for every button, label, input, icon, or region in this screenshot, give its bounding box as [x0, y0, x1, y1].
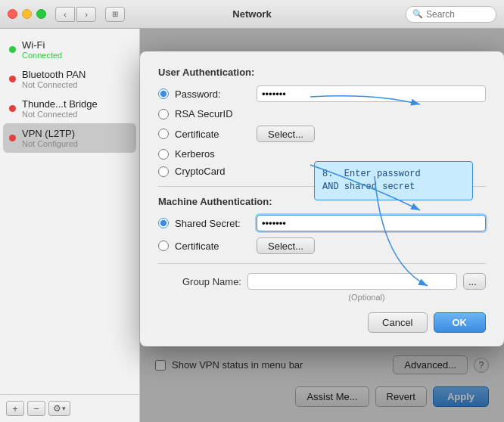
grid-button[interactable]: ⊞	[105, 7, 125, 22]
password-row: Password:	[158, 85, 486, 102]
password-input[interactable]	[257, 85, 486, 102]
item-status-bluetooth: Not Connected	[22, 80, 86, 89]
add-network-button[interactable]: +	[6, 401, 24, 416]
sidebar-bottom: + − ⚙ ▾	[0, 394, 139, 422]
shared-secret-row: Shared Secret:	[158, 215, 486, 231]
optional-text: (Optional)	[247, 293, 486, 302]
kerberos-radio[interactable]	[158, 149, 169, 160]
search-box: 🔍	[406, 6, 496, 23]
password-radio[interactable]	[158, 88, 169, 99]
item-name-thunderbolt: Thunde...t Bridge	[22, 98, 98, 110]
gear-icon: ⚙	[53, 403, 61, 414]
window-title: Network	[232, 8, 271, 20]
modal-footer: Cancel OK	[158, 312, 486, 333]
kerberos-row: Kerberos	[158, 148, 486, 160]
certificate2-radio[interactable]	[158, 240, 169, 251]
sidebar: Wi-Fi Connected Bluetooth PAN Not Connec…	[0, 29, 140, 422]
kerberos-label: Kerberos	[175, 148, 250, 160]
main-content: Wi-Fi Connected Bluetooth PAN Not Connec…	[0, 29, 504, 422]
nav-buttons: ‹ ›	[55, 7, 96, 22]
certificate-radio[interactable]	[158, 129, 169, 139]
search-icon: 🔍	[412, 9, 423, 19]
minimize-button[interactable]	[22, 9, 32, 19]
group-name-row: Group Name: ...	[158, 273, 486, 290]
authentication-modal: 8. Enter password AND shared secret User…	[140, 51, 504, 346]
title-bar: ‹ › ⊞ Network 🔍	[0, 0, 504, 29]
password-label: Password:	[175, 88, 250, 100]
maximize-button[interactable]	[36, 9, 46, 19]
cryptocard-label: CryptoCard	[175, 166, 250, 177]
group-name-input[interactable]	[247, 273, 457, 290]
item-name-bluetooth: Bluetooth PAN	[22, 69, 86, 80]
status-dot-bluetooth	[9, 76, 16, 82]
gear-chevron-icon: ▾	[62, 405, 66, 412]
shared-secret-label: Shared Secret:	[175, 218, 250, 229]
group-name-extra-button[interactable]: ...	[463, 273, 486, 290]
group-name-label: Group Name:	[158, 276, 241, 287]
sidebar-item-bluetooth[interactable]: Bluetooth PAN Not Connected	[0, 64, 139, 94]
certificate2-row: Certificate Select...	[158, 237, 486, 254]
cancel-button[interactable]: Cancel	[368, 312, 427, 333]
sidebar-item-thunderbolt[interactable]: Thunde...t Bridge Not Connected	[0, 94, 139, 123]
rsa-label: RSA SecurID	[175, 108, 250, 119]
certificate-label: Certificate	[175, 129, 250, 140]
remove-network-button[interactable]: −	[27, 401, 45, 416]
user-auth-section-label: User Authentication:	[158, 67, 486, 78]
item-status-thunderbolt: Not Connected	[22, 110, 98, 119]
traffic-lights	[8, 9, 46, 19]
rsa-radio[interactable]	[158, 109, 169, 119]
modal-overlay: 8. Enter password AND shared secret User…	[140, 29, 504, 422]
ok-button[interactable]: OK	[434, 312, 487, 333]
status-dot-thunderbolt	[9, 105, 16, 112]
right-panel: Show VPN status in menu bar Advanced... …	[140, 29, 504, 422]
item-status-wifi: Connected	[22, 51, 62, 60]
divider2	[158, 263, 486, 264]
forward-button[interactable]: ›	[76, 7, 96, 22]
certificate2-select-button[interactable]: Select...	[257, 237, 315, 254]
annotation-box: 8. Enter password AND shared secret	[314, 161, 473, 200]
status-dot-wifi	[9, 46, 16, 53]
close-button[interactable]	[8, 9, 17, 19]
cryptocard-radio[interactable]	[158, 166, 169, 177]
shared-secret-input[interactable]	[257, 215, 486, 231]
annotation-text: 8. Enter password AND shared secret	[322, 169, 421, 192]
item-status-vpn: Not Configured	[22, 139, 78, 148]
certificate-select-button[interactable]: Select...	[257, 126, 315, 142]
certificate-row: Certificate Select...	[158, 126, 486, 142]
status-dot-vpn	[9, 135, 16, 141]
rsa-row: RSA SecurID	[158, 108, 486, 119]
gear-menu-button[interactable]: ⚙ ▾	[48, 401, 70, 416]
search-input[interactable]	[426, 9, 490, 20]
item-name-vpn: VPN (L2TP)	[22, 128, 78, 139]
item-name-wifi: Wi-Fi	[22, 39, 62, 51]
back-button[interactable]: ‹	[55, 7, 75, 22]
sidebar-item-wifi[interactable]: Wi-Fi Connected	[0, 35, 139, 64]
sidebar-item-vpn[interactable]: VPN (L2TP) Not Configured	[3, 123, 136, 153]
shared-secret-radio[interactable]	[158, 218, 169, 228]
certificate2-label: Certificate	[175, 240, 250, 252]
